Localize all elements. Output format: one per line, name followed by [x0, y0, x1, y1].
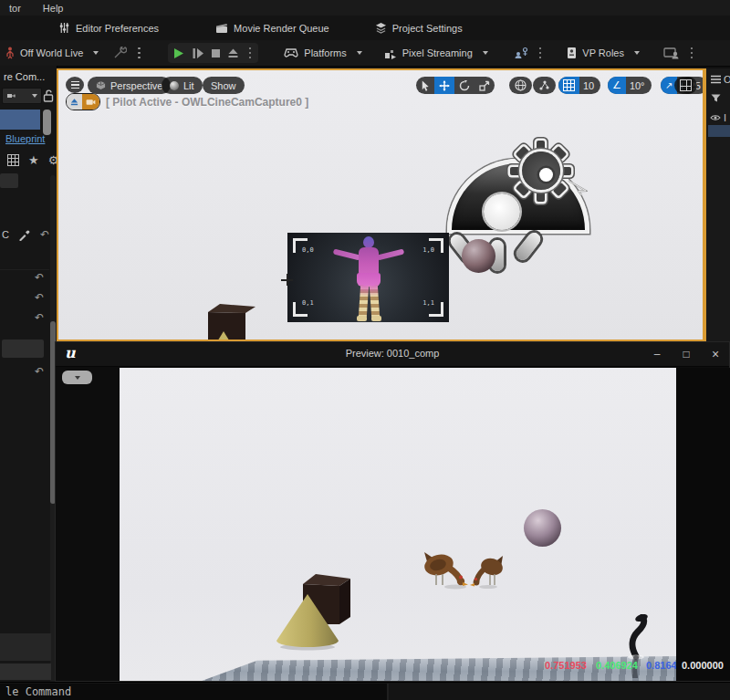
grid-snap-group: 10	[558, 77, 600, 94]
pixel-value-green: 0.406924	[596, 660, 638, 671]
transform-tools-group	[416, 77, 495, 94]
selected-component-row[interactable]	[0, 110, 40, 130]
unreal-editor-window: tor Help Editor Preferences Movie Render…	[0, 0, 730, 700]
component-dropdown[interactable]	[2, 88, 42, 104]
pixel-streaming-dropdown[interactable]: Pixel Streaming	[384, 47, 488, 59]
movie-render-queue-button[interactable]: Movie Render Queue	[215, 22, 329, 34]
hamburger-icon	[71, 81, 79, 89]
play-button[interactable]	[172, 47, 185, 60]
eject-icon	[70, 98, 78, 106]
platforms-dropdown[interactable]: Platforms	[284, 47, 361, 58]
vp-roles-dropdown[interactable]: VP Roles	[567, 47, 640, 59]
filter-icon[interactable]	[711, 94, 721, 102]
panel-tab-label[interactable]: re Com...	[4, 71, 45, 82]
lit-sphere-icon	[170, 81, 179, 90]
offworld-more-options[interactable]	[134, 47, 144, 59]
outliner-item[interactable]: I	[710, 112, 726, 123]
eject-button[interactable]	[227, 47, 239, 58]
outliner-panel-sliver: O I	[704, 68, 730, 341]
rotation-snap-toggle[interactable]: ∠	[608, 77, 626, 94]
reset-to-default-icon[interactable]: ↶	[40, 228, 49, 241]
sun-spoke-icon	[559, 167, 571, 175]
switchboard-button[interactable]	[663, 47, 680, 59]
uv-label-bottom-left: 0,1	[302, 299, 314, 307]
multi-user-options[interactable]	[536, 47, 546, 59]
eye-icon	[710, 114, 721, 121]
property-row-color: C ↶	[2, 228, 49, 241]
scale-icon	[479, 80, 490, 91]
scale-arrow-icon: ↗	[665, 80, 673, 90]
maximize-button[interactable]: □	[673, 342, 700, 366]
stop-button[interactable]	[211, 48, 221, 58]
snap-nodes-icon	[538, 79, 550, 91]
preview-options-dropdown[interactable]	[62, 371, 92, 384]
sidebar-footer-block	[0, 633, 51, 661]
lock-open-icon[interactable]	[43, 89, 54, 102]
menu-item-help[interactable]: Help	[43, 3, 64, 14]
stop-piloting-button[interactable]	[66, 93, 100, 110]
show-label: Show	[211, 80, 236, 91]
rotate-tool-button[interactable]	[454, 77, 474, 94]
play-options-button[interactable]	[245, 47, 256, 59]
person-red-icon	[5, 47, 15, 59]
editor-preferences-button[interactable]: Editor Preferences	[58, 22, 159, 34]
level-viewport[interactable]: Perspective Lit Show [ Pilot Active - OW…	[57, 68, 704, 341]
chevron-down-icon	[75, 376, 80, 380]
perspective-dropdown[interactable]: Perspective	[88, 77, 171, 94]
globe-icon	[515, 79, 527, 91]
move-tool-button[interactable]	[434, 77, 454, 94]
scene-cube[interactable]	[204, 301, 257, 341]
monitor-person-icon	[663, 47, 680, 59]
rotation-snap-value[interactable]: 10°	[626, 77, 652, 94]
scene-sphere[interactable]	[462, 239, 495, 273]
world-coordinate-button[interactable]	[509, 77, 532, 94]
inner-scrollbar-thumb[interactable]	[43, 110, 51, 135]
main-toolbar: Editor Preferences Movie Render Queue Pr…	[0, 16, 730, 41]
project-settings-icon	[375, 22, 387, 34]
off-world-live-dropdown[interactable]: Off World Live	[5, 47, 99, 59]
switchboard-options[interactable]	[687, 47, 697, 59]
show-dropdown[interactable]: Show	[203, 77, 245, 94]
step-forward-button[interactable]	[192, 47, 204, 59]
tool-wrench-button[interactable]	[113, 47, 127, 59]
reset-to-default-icon[interactable]: ↶	[35, 291, 44, 304]
close-button[interactable]: ×	[702, 342, 729, 366]
letterbox-right: 0.000000	[676, 368, 730, 681]
multi-user-button[interactable]	[514, 47, 530, 59]
property-label: C	[2, 229, 9, 240]
reset-to-default-icon[interactable]: ↶	[35, 365, 44, 378]
reset-to-default-icon[interactable]: ↶	[35, 271, 44, 284]
select-tool-button[interactable]	[416, 77, 434, 94]
blueprint-link[interactable]: Blueprint	[5, 133, 45, 144]
console-command-text: le Command	[5, 685, 71, 698]
property-value-box[interactable]	[2, 340, 44, 358]
search-box-sliver[interactable]	[0, 173, 18, 188]
reset-to-default-icon[interactable]: ↶	[35, 311, 44, 324]
menu-item-editor[interactable]: tor	[9, 3, 21, 14]
surface-snapping-button[interactable]	[533, 77, 556, 94]
outliner-selected-row[interactable]	[708, 125, 730, 137]
scale-tool-button[interactable]	[474, 77, 495, 94]
outliner-item-fragment: I	[724, 112, 726, 123]
maximize-viewport-button[interactable]	[674, 77, 697, 94]
grid-snap-toggle[interactable]	[558, 77, 579, 94]
star-icon[interactable]: ★	[28, 153, 39, 167]
off-world-live-label: Off World Live	[20, 47, 83, 58]
pixel-value-blue: 0.816406	[646, 660, 676, 671]
table-icon[interactable]	[7, 154, 19, 166]
grid-snap-value[interactable]: 10	[579, 77, 600, 94]
rotate-icon	[459, 80, 470, 91]
chicken-large	[421, 547, 468, 590]
project-settings-button[interactable]: Project Settings	[375, 22, 463, 34]
lit-dropdown[interactable]: Lit	[162, 77, 203, 94]
details-icons-row: ★ ⚙	[7, 153, 58, 167]
preview-title-bar[interactable]: u Preview: 0010_comp – □ ×	[56, 342, 729, 367]
editor-preferences-label: Editor Preferences	[76, 23, 159, 34]
viewport-options-button[interactable]	[66, 77, 84, 93]
perspective-label: Perspective	[110, 80, 162, 91]
eyedropper-icon[interactable]	[18, 229, 30, 241]
id-badge-icon	[567, 47, 577, 59]
camera-icon	[86, 99, 96, 106]
minimize-button[interactable]: –	[643, 342, 671, 366]
console-command-input[interactable]: le Command	[0, 684, 387, 700]
